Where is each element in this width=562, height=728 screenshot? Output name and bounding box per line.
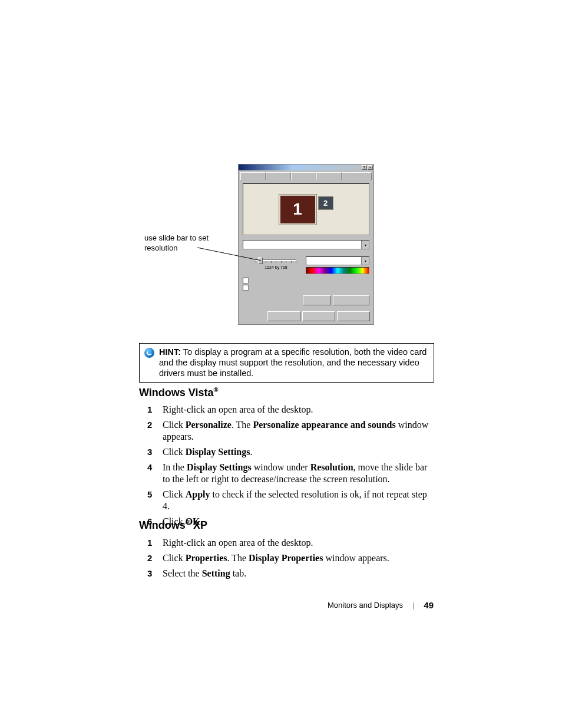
apply-button[interactable] xyxy=(337,311,370,321)
step-text: Click Properties. The Display Properties… xyxy=(163,552,436,564)
display-dropdown[interactable]: ▾ xyxy=(243,240,369,249)
checkbox[interactable] xyxy=(243,285,249,291)
dropdown-arrow-icon: ▾ xyxy=(361,257,369,265)
step: 2Click Personalize. The Personalize appe… xyxy=(147,419,436,443)
tab[interactable] xyxy=(342,172,372,180)
step-number: 3 xyxy=(147,446,163,458)
help-button[interactable]: ? xyxy=(362,165,367,170)
tab[interactable] xyxy=(240,172,266,180)
monitor-1[interactable]: 1 xyxy=(279,195,316,225)
monitor-2[interactable]: 2 xyxy=(318,196,333,210)
tab-strip xyxy=(239,170,373,180)
step: 2Click Properties. The Display Propertie… xyxy=(147,552,436,564)
tab[interactable] xyxy=(316,172,342,180)
resolution-value: 1024 by 768 xyxy=(243,265,299,269)
inner-button[interactable] xyxy=(333,295,369,305)
footer-separator: | xyxy=(412,601,414,610)
step-text: Click Display Settings. xyxy=(163,446,436,458)
tab[interactable] xyxy=(291,172,316,180)
registered-mark: ® xyxy=(214,386,219,393)
inner-button[interactable] xyxy=(303,295,331,305)
step-text: Right-click an open area of the desktop. xyxy=(163,404,436,416)
page-number: 49 xyxy=(424,600,434,610)
dialog-button-row xyxy=(239,309,373,324)
step-text: Right-click an open area of the desktop. xyxy=(163,537,436,549)
checkbox-group xyxy=(243,278,369,291)
cancel-button[interactable] xyxy=(302,311,335,321)
step: 1Right-click an open area of the desktop… xyxy=(147,404,436,416)
step: 5Click Apply to check if the selected re… xyxy=(147,489,436,512)
heading-windows-xp: Windows® XP xyxy=(139,519,207,532)
step-number: 4 xyxy=(147,462,163,485)
hint-label: HINT: xyxy=(159,347,181,357)
checkbox[interactable] xyxy=(243,278,249,284)
callout-label: use slide bar to set resolution xyxy=(144,233,215,253)
close-button[interactable]: × xyxy=(368,165,373,170)
steps-vista: 1Right-click an open area of the desktop… xyxy=(147,404,436,531)
window-titlebar: ? × xyxy=(239,164,373,170)
dropdown-arrow-icon: ▾ xyxy=(361,241,369,249)
step-number: 2 xyxy=(147,419,163,443)
window-body: 1 2 ▾ xyxy=(239,180,373,309)
color-spectrum xyxy=(306,267,369,274)
hint-body: To display a program at a specific resol… xyxy=(159,347,427,378)
hint-icon xyxy=(144,348,154,358)
display-properties-screenshot: ? × 1 2 ▾ xyxy=(238,164,374,325)
step: 1Right-click an open area of the desktop… xyxy=(147,537,436,549)
color-quality-group: ▾ xyxy=(306,256,369,274)
window: ? × 1 2 ▾ xyxy=(238,164,374,325)
slider-thumb[interactable] xyxy=(258,257,263,264)
hint-box: HINT: To display a program at a specific… xyxy=(139,343,434,383)
step-number: 2 xyxy=(147,552,163,564)
step: 4In the Display Settings window under Re… xyxy=(147,462,436,485)
step-text: Click Apply to check if the selected res… xyxy=(163,489,436,512)
resolution-slider[interactable] xyxy=(243,256,299,263)
registered-mark: ® xyxy=(186,519,190,526)
step-number: 5 xyxy=(147,489,163,512)
monitor-preview: 1 2 xyxy=(243,183,369,235)
step-number: 1 xyxy=(147,404,163,416)
color-quality-dropdown[interactable]: ▾ xyxy=(306,256,369,265)
step: 3Select the Setting tab. xyxy=(147,568,436,579)
steps-xp: 1Right-click an open area of the desktop… xyxy=(147,537,436,583)
step-number: 3 xyxy=(147,568,163,579)
step: 3Click Display Settings. xyxy=(147,446,436,458)
footer-section: Monitors and Displays xyxy=(328,601,403,610)
page-footer: Monitors and Displays | 49 xyxy=(0,600,562,610)
step-text: Click Personalize. The Personalize appea… xyxy=(163,419,436,443)
step-text: In the Display Settings window under Res… xyxy=(163,462,436,485)
heading-windows-vista: Windows Vista® xyxy=(139,386,219,399)
step-text: Select the Setting tab. xyxy=(163,568,436,579)
step-number: 1 xyxy=(147,537,163,549)
ok-button[interactable] xyxy=(267,311,300,321)
tab[interactable] xyxy=(266,172,291,180)
hint-text: HINT: To display a program at a specific… xyxy=(159,347,429,378)
resolution-slider-group: 1024 by 768 xyxy=(243,256,299,269)
